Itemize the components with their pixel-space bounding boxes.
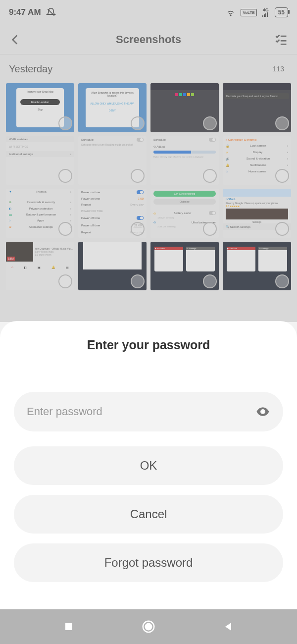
password-input[interactable]	[27, 405, 255, 418]
svg-rect-5	[65, 623, 72, 630]
page-title: Screenshots	[116, 33, 181, 46]
volte-icon: VoLTE	[241, 9, 256, 16]
thumbnail[interactable]	[150, 83, 219, 132]
thumbnail[interactable]: ▶ YouTube⚙ Settings	[223, 242, 291, 291]
select-all-icon[interactable]	[274, 33, 288, 47]
thumbnail[interactable]: ▶ YouTube⚙ Settings	[150, 242, 219, 291]
thumbnail[interactable]: INSTALLFiles by Google: Clean up space o…	[223, 189, 291, 238]
thumbnail[interactable]: Decorate your Snap and send it to your f…	[223, 83, 291, 132]
cancel-button[interactable]: Cancel	[14, 495, 283, 534]
thumbnail[interactable]: Schedule⊙ AdjustHigher intensity might a…	[150, 136, 219, 185]
back-icon[interactable]	[9, 33, 22, 46]
thumbnail[interactable]: Allow Snapchat to access this device's l…	[78, 83, 147, 132]
gallery-content: Yesterday 113 Improve your Snap MapEnabl…	[0, 54, 297, 297]
section-title: Yesterday	[9, 63, 52, 75]
status-time: 9:47 AM	[9, 7, 41, 17]
back-nav-icon[interactable]	[222, 621, 234, 633]
svg-point-7	[146, 624, 152, 630]
ok-button[interactable]: OK	[14, 446, 283, 485]
recents-icon[interactable]	[63, 621, 75, 633]
signal-icon: 4G	[262, 8, 270, 17]
thumbnail-grid: Improve your Snap MapEnable LocationSkip…	[0, 83, 297, 290]
thumbnail[interactable]: ▼ Themes›⊕ Passwords & security›◐ Privac…	[6, 189, 74, 238]
thumbnail[interactable]: Power on timePower on time7:00RepeatEver…	[78, 189, 147, 238]
dnd-icon	[46, 7, 56, 17]
thumbnail[interactable]: ScheduleSchedule time to turn Reading mo…	[78, 136, 147, 185]
dialog-title: Enter your password	[87, 338, 210, 352]
wifi-icon	[226, 7, 236, 17]
forgot-password-button[interactable]: Forgot password	[14, 543, 283, 582]
svg-point-0	[231, 15, 232, 16]
battery-icon: 55	[275, 7, 288, 17]
thumbnail[interactable]: Wi-Fi assistantWI-FI SETTINGSAdditional …	[6, 136, 74, 185]
thumbnail[interactable]: ▸ Connection & sharing🔒 Lock screen›☀ Di…	[223, 136, 291, 185]
thumbnail[interactable]: Improve your Snap MapEnable LocationSkip	[6, 83, 74, 132]
status-bar: 9:47 AM VoLTE 4G 55	[0, 0, 297, 25]
svg-point-4	[262, 411, 264, 413]
password-field-wrap[interactable]	[14, 392, 283, 431]
thumbnail[interactable]: 12h 53m remainingOptimize⊙ Battery saver…	[150, 189, 219, 238]
thumbnail[interactable]	[78, 242, 147, 291]
eye-icon[interactable]	[255, 404, 270, 419]
home-icon[interactable]	[141, 619, 156, 634]
gallery-header: Screenshots	[0, 25, 297, 54]
system-nav-bar	[0, 609, 297, 644]
thumbnail[interactable]: 18MYeh Dooriyan - Official Music Vid...S…	[6, 242, 74, 291]
password-dialog: Enter your password OK Cancel Forgot pas…	[0, 321, 297, 609]
section-count: 113	[273, 65, 284, 73]
